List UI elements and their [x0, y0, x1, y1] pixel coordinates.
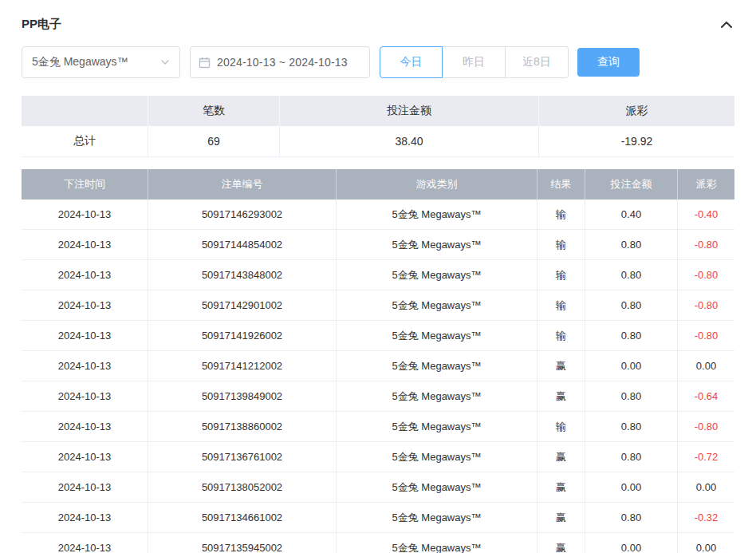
cell-result: 赢 [537, 381, 585, 411]
quick-range-group: 今日 昨日 近8日 [380, 46, 569, 78]
cell-game-type: 5金兔 Megaways™ [337, 351, 537, 381]
col-header-bet-time: 下注时间 [22, 169, 148, 199]
cell-bet-id: 50917139849002 [148, 381, 337, 411]
cell-payout: -0.64 [678, 381, 734, 411]
table-row: 2024-10-13 50917143848002 5金兔 Megaways™ … [22, 260, 734, 290]
game-select[interactable]: 5金兔 Megaways™ [22, 46, 180, 78]
cell-result: 输 [537, 412, 585, 441]
cell-payout: -0.80 [678, 412, 734, 441]
cell-game-type: 5金兔 Megaways™ [337, 199, 537, 229]
cell-payout: -0.40 [678, 199, 734, 229]
summary-total-row: 总计 69 38.40 -19.92 [22, 126, 734, 156]
bet-table: 下注时间 注单编号 游戏类别 结果 投注金额 派彩 2024-10-13 509… [22, 169, 734, 553]
cell-bet-amount: 0.80 [585, 381, 678, 411]
filter-bar: 5金兔 Megaways™ 2024-10-13 ~ 2024-10-13 今日 [22, 46, 734, 78]
cell-bet-amount: 0.40 [585, 199, 678, 229]
summary-total-count: 69 [148, 126, 280, 156]
cell-payout: -0.32 [678, 503, 734, 532]
cell-bet-time: 2024-10-13 [22, 290, 148, 320]
cell-bet-amount: 0.00 [585, 351, 678, 381]
cell-game-type: 5金兔 Megaways™ [337, 230, 537, 259]
table-row: 2024-10-13 50917136761002 5金兔 Megaways™ … [22, 442, 734, 472]
cell-result: 赢 [537, 533, 585, 553]
cell-payout: 0.00 [678, 351, 734, 381]
cell-bet-time: 2024-10-13 [22, 321, 148, 350]
chevron-down-icon [160, 59, 170, 65]
cell-bet-amount: 0.80 [585, 503, 678, 532]
cell-game-type: 5金兔 Megaways™ [337, 503, 537, 532]
cell-payout: 0.00 [678, 472, 734, 502]
cell-game-type: 5金兔 Megaways™ [337, 442, 537, 472]
cell-result: 输 [537, 199, 585, 229]
panel-header: PP电子 [22, 0, 734, 34]
cell-bet-time: 2024-10-13 [22, 381, 148, 411]
bet-table-body: 2024-10-13 50917146293002 5金兔 Megaways™ … [22, 199, 734, 553]
table-row: 2024-10-13 50917142901002 5金兔 Megaways™ … [22, 290, 734, 321]
table-row: 2024-10-13 50917134661002 5金兔 Megaways™ … [22, 503, 734, 533]
cell-bet-time: 2024-10-13 [22, 442, 148, 472]
query-button[interactable]: 查询 [577, 48, 640, 77]
col-header-payout: 派彩 [678, 169, 734, 199]
cell-bet-time: 2024-10-13 [22, 199, 148, 229]
cell-result: 输 [537, 321, 585, 350]
cell-result: 赢 [537, 503, 585, 532]
summary-header-payout: 派彩 [539, 96, 734, 126]
summary-total-bet-amount: 38.40 [280, 126, 539, 156]
cell-bet-id: 50917141212002 [148, 351, 337, 381]
cell-bet-amount: 0.80 [585, 290, 678, 320]
summary-total-payout: -19.92 [539, 126, 734, 156]
cell-result: 输 [537, 290, 585, 320]
calendar-icon [199, 57, 211, 69]
cell-bet-id: 50917144854002 [148, 230, 337, 259]
table-row: 2024-10-13 50917141926002 5金兔 Megaways™ … [22, 321, 734, 351]
cell-game-type: 5金兔 Megaways™ [337, 412, 537, 441]
cell-bet-id: 50917143848002 [148, 260, 337, 290]
summary-header-row: 笔数 投注金额 派彩 [22, 96, 734, 126]
cell-result: 赢 [537, 472, 585, 502]
summary-table: 笔数 投注金额 派彩 总计 69 38.40 -19.92 [22, 96, 734, 157]
pp-panel: PP电子 5金兔 Megaways™ [0, 0, 756, 553]
cell-result: 赢 [537, 351, 585, 381]
col-header-bet-amount: 投注金额 [585, 169, 678, 199]
cell-bet-time: 2024-10-13 [22, 533, 148, 553]
quick-button-today[interactable]: 今日 [380, 46, 443, 78]
table-row: 2024-10-13 50917138052002 5金兔 Megaways™ … [22, 472, 734, 503]
cell-bet-id: 50917136761002 [148, 442, 337, 472]
cell-bet-time: 2024-10-13 [22, 412, 148, 441]
table-row: 2024-10-13 50917141212002 5金兔 Megaways™ … [22, 351, 734, 381]
quick-button-last8days[interactable]: 近8日 [506, 46, 569, 78]
cell-bet-id: 50917141926002 [148, 321, 337, 350]
cell-result: 赢 [537, 442, 585, 472]
col-header-game-type: 游戏类别 [337, 169, 537, 199]
summary-total-label: 总计 [22, 126, 148, 156]
cell-result: 输 [537, 230, 585, 259]
cell-bet-amount: 0.00 [585, 533, 678, 553]
cell-bet-time: 2024-10-13 [22, 260, 148, 290]
game-select-value: 5金兔 Megaways™ [32, 55, 128, 69]
cell-payout: -0.80 [678, 260, 734, 290]
cell-game-type: 5金兔 Megaways™ [337, 260, 537, 290]
quick-button-yesterday[interactable]: 昨日 [443, 46, 506, 78]
cell-bet-amount: 0.80 [585, 442, 678, 472]
cell-payout: -0.80 [678, 230, 734, 259]
panel-title: PP电子 [22, 17, 61, 32]
cell-bet-id: 50917142901002 [148, 290, 337, 320]
table-row: 2024-10-13 50917135945002 5金兔 Megaways™ … [22, 533, 734, 553]
table-row: 2024-10-13 50917146293002 5金兔 Megaways™ … [22, 199, 734, 230]
col-header-bet-id: 注单编号 [148, 169, 337, 199]
bet-table-header: 下注时间 注单编号 游戏类别 结果 投注金额 派彩 [22, 169, 734, 199]
cell-bet-id: 50917134661002 [148, 503, 337, 532]
cell-bet-id: 50917146293002 [148, 199, 337, 229]
collapse-button[interactable] [719, 17, 734, 33]
cell-payout: 0.00 [678, 533, 734, 553]
cell-bet-time: 2024-10-13 [22, 230, 148, 259]
cell-bet-id: 50917135945002 [148, 533, 337, 553]
summary-header-empty [22, 96, 148, 126]
col-header-result: 结果 [537, 169, 585, 199]
cell-game-type: 5金兔 Megaways™ [337, 381, 537, 411]
summary-header-bet-amount: 投注金额 [280, 96, 539, 126]
cell-payout: -0.72 [678, 442, 734, 472]
cell-bet-amount: 0.80 [585, 230, 678, 259]
cell-bet-amount: 0.00 [585, 472, 678, 502]
date-range-picker[interactable]: 2024-10-13 ~ 2024-10-13 [190, 46, 370, 78]
